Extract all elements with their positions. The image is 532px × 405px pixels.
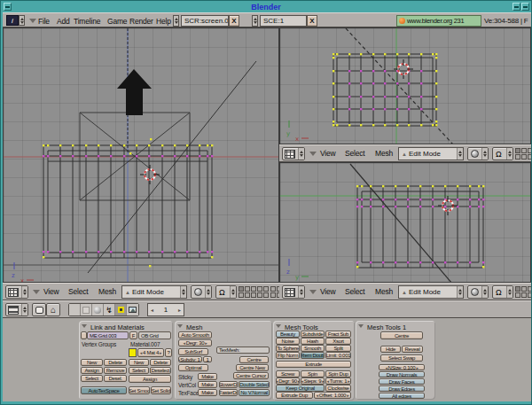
menu-game[interactable]: Game [107, 17, 127, 26]
draw-mode-button[interactable] [191, 285, 212, 299]
all-edges-toggle[interactable]: All edges [379, 393, 425, 399]
material-index-stepper[interactable]: 4 Mat 4 [137, 348, 164, 357]
layer-toggle[interactable] [515, 148, 520, 153]
panel-collapse-icon[interactable] [276, 324, 281, 328]
texface-make-button[interactable]: Make [198, 389, 217, 396]
object-context-button[interactable]: ↯ [104, 304, 115, 315]
mesh-name-field[interactable]: ME:Grid.003 [87, 331, 129, 339]
editor-type-stepper[interactable] [298, 148, 304, 160]
home-button[interactable]: ⌂ [46, 303, 60, 316]
material-color-swatch[interactable] [129, 348, 137, 357]
rem-doubles-button[interactable]: Rem Doub [301, 352, 325, 359]
vertcol-make-button[interactable]: Make [198, 381, 217, 388]
layer-buttons[interactable] [515, 286, 531, 298]
subdivide-button[interactable]: Subdivide [301, 331, 325, 338]
minimize-button[interactable] [512, 3, 520, 11]
limit-number[interactable]: Limit: 0.001 [325, 352, 351, 359]
pivot-stepper[interactable] [506, 286, 512, 298]
set-smooth-button[interactable]: Set Smoo [129, 386, 150, 394]
viewport-side[interactable]: z y [279, 162, 531, 283]
subdiv-render-number[interactable]: 1 [203, 356, 212, 362]
layer-toggle[interactable] [257, 292, 262, 298]
steps-number[interactable]: Steps: 9 [301, 378, 325, 385]
subdiv-number[interactable]: Subdiv: 1 [178, 356, 202, 362]
draw-edges-toggle[interactable]: Draw Edges [379, 386, 425, 392]
extrude-button[interactable]: Extrude [276, 361, 351, 368]
slower-draw-button[interactable]: SlowerDr [219, 381, 238, 388]
layer-toggle[interactable] [515, 286, 520, 292]
menu-select[interactable]: Select [68, 287, 88, 296]
frame-prev-icon[interactable]: ◂ [151, 307, 153, 313]
material-context-button[interactable] [92, 304, 104, 315]
material-new-button[interactable]: New [129, 359, 149, 366]
vgroup-assign-button[interactable]: Assign [81, 367, 103, 374]
editor-type-stepper[interactable] [21, 286, 27, 298]
collapse-arrow-icon[interactable] [309, 290, 317, 294]
flip-normals-button[interactable]: Flip Norm [276, 352, 300, 359]
turns-number[interactable]: Turns: 1 [325, 378, 351, 385]
autotexspace-toggle[interactable]: AutoTexSpace [81, 386, 127, 394]
material-help-button[interactable]: ? [165, 348, 172, 357]
hash-button[interactable]: Hash [301, 338, 325, 345]
mode-stepper[interactable] [180, 286, 186, 298]
collapse-arrow-icon[interactable] [29, 19, 36, 23]
pivot-button[interactable]: Ω [492, 147, 513, 160]
screen-delete-button[interactable]: X [229, 15, 239, 27]
menu-view[interactable]: View [320, 287, 335, 296]
layer-toggle[interactable] [251, 292, 256, 298]
optimal-toggle[interactable]: Optimal [178, 364, 208, 371]
degr-number[interactable]: Degr: 90 [276, 378, 300, 385]
layer-toggle[interactable] [515, 154, 520, 160]
menu-file[interactable]: File [38, 17, 50, 26]
titlebar[interactable]: Blender [2, 2, 530, 12]
editor-type-stepper[interactable] [298, 286, 304, 298]
mode-dropdown[interactable]: ▲ Edit Mode [398, 147, 464, 160]
centre-new-button[interactable]: Centre New [236, 364, 269, 371]
beauty-toggle[interactable]: Beauty [276, 331, 300, 338]
layer-toggle[interactable] [528, 292, 531, 298]
menu-view[interactable]: View [320, 149, 335, 158]
layer-toggle[interactable] [270, 292, 276, 298]
menu-select[interactable]: Select [345, 149, 364, 158]
menu-mesh[interactable]: Mesh [98, 287, 116, 296]
degr-number[interactable]: Degr: 30 [178, 339, 212, 347]
panel-collapse-icon[interactable] [177, 324, 183, 328]
scene-context-button[interactable] [127, 304, 138, 315]
keep-original-toggle[interactable]: Keep Original [276, 385, 325, 392]
editor-type-button[interactable] [5, 303, 28, 316]
layer-buttons[interactable] [239, 286, 269, 298]
draw-mode-button[interactable] [467, 285, 489, 299]
window-menu-button[interactable] [4, 3, 12, 11]
blender-org-link[interactable]: www.blender.org 231 [396, 15, 481, 27]
viewport-front[interactable]: z x [3, 27, 279, 283]
layer-toggle[interactable] [515, 292, 520, 298]
editor-type-button[interactable] [282, 285, 305, 299]
draw-faces-toggle[interactable]: Draw Faces [379, 378, 425, 385]
spin-button[interactable]: Spin [301, 370, 325, 378]
editor-type-button[interactable] [5, 285, 28, 299]
nsize-number[interactable]: NSize: 0.100 [379, 364, 425, 370]
layer-toggle[interactable] [263, 286, 269, 292]
select-swap-button[interactable]: Select Swap [380, 354, 423, 362]
scene-browse-button[interactable] [252, 15, 258, 27]
screw-button[interactable]: Screw [276, 370, 300, 378]
viewport-top[interactable]: y x [279, 27, 531, 144]
mode-dropdown[interactable]: ▲ Edit Mode [121, 285, 187, 299]
layer-toggle[interactable] [257, 286, 262, 292]
layer-toggle[interactable] [528, 154, 531, 160]
pivot-button[interactable]: Ω [492, 285, 513, 299]
editor-type-button[interactable] [282, 147, 305, 160]
fract-sub-button[interactable]: Fract Sub [325, 331, 351, 338]
draw-mode-stepper[interactable] [205, 286, 211, 298]
panel-title[interactable]: Mesh [186, 323, 202, 331]
panel-align-button[interactable] [32, 303, 46, 316]
layer-buttons-2[interactable] [270, 286, 279, 298]
layer-toggle[interactable] [528, 286, 531, 292]
fake-user-button[interactable]: F [129, 331, 137, 339]
menu-add[interactable]: Add [57, 17, 70, 26]
to-sphere-button[interactable]: To Sphere [276, 345, 300, 352]
layer-toggle[interactable] [239, 292, 244, 298]
layer-buttons[interactable] [515, 148, 531, 160]
blender-info-button[interactable]: i [6, 15, 19, 26]
draw-normals-toggle[interactable]: Draw Normals [379, 371, 425, 378]
